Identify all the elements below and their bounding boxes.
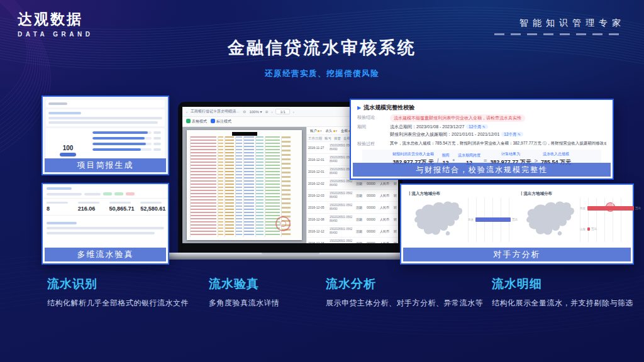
cell-amount: 00000 <box>365 217 379 221</box>
caption-counterparty: 对手方分析 <box>403 248 631 261</box>
progress-track <box>92 131 152 134</box>
cell-date: 2016-12-12 <box>307 229 328 233</box>
progress-row <box>92 148 161 151</box>
stat-item: 216.06 <box>74 202 106 212</box>
skeleton-line <box>48 102 67 105</box>
screenshot-flow-verification: 8 216.06 50,865.71 52,580.61 <box>42 183 169 265</box>
column-header: 工作日期 <box>307 136 323 141</box>
conclusion-pill: 流水规模不能覆盖财报利润表中营业收入金额，请检查流水真实性 <box>390 114 525 122</box>
annotated-column <box>190 136 216 237</box>
skeleton-label <box>153 143 161 145</box>
next-page-icon[interactable]: › <box>293 110 294 114</box>
bank-statement-scan <box>187 130 302 240</box>
cell-flag: 转 <box>392 229 398 233</box>
back-icon[interactable]: ‹ <box>186 110 187 114</box>
filter-chip[interactable]: 账户▾ <box>310 129 322 133</box>
stat-value: 216.06 <box>78 206 106 212</box>
check-progress-list <box>92 131 161 156</box>
cell-account: 1502026501 056286490 <box>328 239 355 243</box>
progress-track <box>92 148 152 151</box>
cell-date: 2016-12-08 <box>307 217 328 221</box>
chart-title: 丨流出方地域分布 <box>519 191 626 197</box>
prev-page-icon[interactable]: ‹ <box>271 110 272 114</box>
score-gauge-wrap: 100 <box>50 131 86 156</box>
cell-amount: 00000 <box>365 194 379 197</box>
feature-title: 流水明细 <box>492 276 641 292</box>
report-score-section: 100 <box>46 128 165 159</box>
feature-desc: 展示申贷主体分析、对手方分析、异常流水等 <box>326 298 489 309</box>
verify-stats-row: 8 216.06 50,865.71 52,580.61 <box>43 198 168 216</box>
filter-chip[interactable]: 表头▾ <box>326 129 338 133</box>
progress-row <box>92 143 161 145</box>
cell-flag: 转 <box>392 241 398 243</box>
period-label: 期间 <box>357 124 385 130</box>
cell-date: 2016-12-05 <box>307 206 328 209</box>
tab-annotate-mode[interactable]: 标注模式 <box>211 119 231 124</box>
feature-analysis: 流水分析 展示申贷主体分析、对手方分析、异常流水等 <box>326 276 489 309</box>
settings-icon[interactable]: ⚙ <box>243 109 246 114</box>
column-header: 账号 <box>323 136 333 141</box>
cell-summary: 活期 <box>355 182 365 185</box>
table-row[interactable]: 2016-12-08 1502026501 056286490 活期 00000… <box>307 214 398 226</box>
cell-currency: 人民币 <box>379 182 392 185</box>
stat-value: 50,865.71 <box>109 206 137 212</box>
cell-amount: 00000 <box>365 206 379 209</box>
skeleton-label <box>140 202 162 204</box>
cell-summary: 活期 <box>355 217 365 221</box>
cell-account: 1502026501 056286490 <box>328 228 355 235</box>
chevron-down-icon: ▾ <box>336 129 338 133</box>
fit-icon[interactable]: ⊕ <box>265 109 268 114</box>
progress-row <box>92 131 161 134</box>
cell-amount: 00000 <box>365 241 379 243</box>
panel-title-row: ▶ 流水规模完整性校验 <box>357 104 606 112</box>
feature-desc: 结构化解析几乎全部格式的银行流水文件 <box>47 298 204 309</box>
cell-account: 1502026501 056286490 <box>328 192 355 199</box>
table-row[interactable]: 2016-12-03 1502026501 056286490 活期 00000… <box>307 190 398 202</box>
feature-title: 流水识别 <box>47 276 204 292</box>
zoom-level-select[interactable]: 100% ▾ <box>249 109 262 114</box>
stat-item: 8 <box>43 202 74 212</box>
cell-flag: 转 <box>392 182 398 185</box>
skeleton-label <box>153 137 161 140</box>
progress-fill <box>92 143 146 145</box>
tagline-underline <box>494 33 625 35</box>
outflow-bar-chart: 北京 万元 山东 万元 <box>580 198 626 242</box>
feature-desc: 多角度验真流水详情 <box>209 298 322 309</box>
cell-summary: 活期 <box>355 206 365 209</box>
page-indicator: 1/1 <box>275 109 289 114</box>
chevron-right-icon[interactable]: ▶ <box>357 105 361 111</box>
screenshot-counterparty-analysis: 丨流入方地域分布 北京 万元 丨流出方地域分布 <box>400 184 634 265</box>
table-row[interactable]: 2016-12-12 1502026501 056286490 活期 00000… <box>307 226 398 238</box>
caption-report: 项目简报生成 <box>45 158 166 172</box>
cell-date: 2016-12-01 <box>307 170 328 173</box>
chart-title: 丨流入方地域分布 <box>408 191 514 197</box>
cell-date: 2016-12-16 <box>307 241 328 243</box>
bar-label: 北京 <box>580 207 586 210</box>
cell-currency: 人民币 <box>379 194 392 197</box>
feature-recognition: 流水识别 结构化解析几乎全部格式的银行流水文件 <box>47 276 204 309</box>
cell-account: 1502026501 056286490 <box>328 216 355 223</box>
inflow-region-chart: 丨流入方地域分布 北京 万元 <box>405 190 517 246</box>
bar-value: 万元 <box>591 228 597 231</box>
brand-name-cn: 达观数据 <box>18 9 93 29</box>
period-tag2[interactable]: 12个月 <box>501 132 523 136</box>
cell-date: 2016-12-02 <box>307 182 328 185</box>
skeleton-line <box>47 232 155 234</box>
cell-summary: 活期 <box>355 241 365 243</box>
cell-currency: 人民币 <box>379 241 392 243</box>
table-mode-icon <box>186 119 191 123</box>
progress-fill <box>92 137 145 140</box>
status-badge <box>114 192 123 195</box>
caption-verify: 多维流水验真 <box>45 248 166 261</box>
statement-preview-area <box>182 127 306 243</box>
table-row[interactable]: 2016-12-16 1502026501 056286490 活期 00000… <box>307 238 398 243</box>
table-row[interactable]: 2016-12-05 1502026501 056286490 活期 00000… <box>307 202 398 214</box>
tab-table-mode[interactable]: 表格模式 <box>186 119 207 124</box>
outflow-bar-small <box>587 228 590 231</box>
period-tag1[interactable]: 12个月 <box>466 124 487 129</box>
column-header: 摘要 <box>333 136 342 141</box>
filter-dot-icon <box>318 130 319 132</box>
score-value: 100 <box>50 145 86 151</box>
skeleton-label <box>78 202 99 204</box>
cell-flag: 转 <box>392 217 398 221</box>
